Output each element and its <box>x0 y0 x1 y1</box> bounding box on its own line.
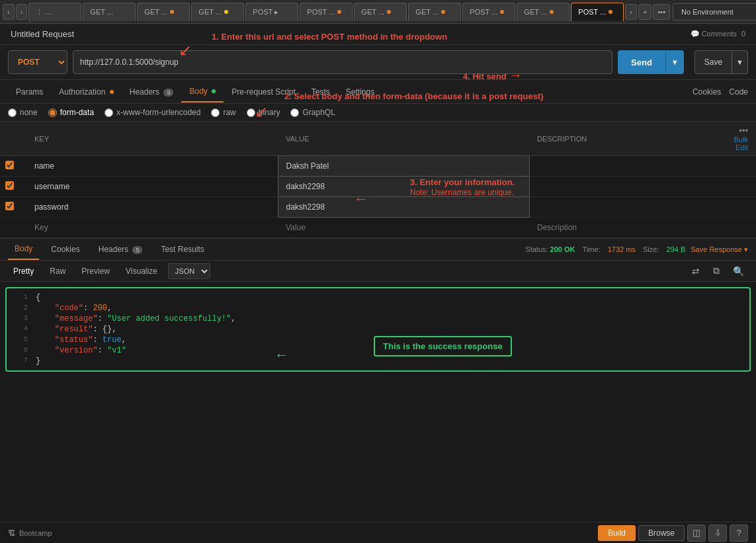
comments-btn[interactable]: 💬 Comments 0 <box>691 30 745 38</box>
build-browse-section: Build Browse ◫ ⇩ ? <box>598 524 748 542</box>
code-link[interactable]: Code <box>729 87 748 97</box>
code-line-5: 5 "status": true, <box>7 335 749 345</box>
environment-select[interactable]: No Environment <box>673 3 756 21</box>
resp-tab-test-results[interactable]: Test Results <box>154 239 210 259</box>
send-button[interactable]: Send <box>618 50 665 74</box>
tab-add-btn[interactable]: + <box>638 4 651 20</box>
tab-2[interactable]: GET ... <box>137 3 190 21</box>
request-title: Untitled Request <box>11 29 74 39</box>
status-label: Status: <box>525 245 550 253</box>
response-status: Status: 200 OK Time: 1732 ms Size: 294 B <box>525 245 685 253</box>
tab-params[interactable]: Params <box>8 82 51 102</box>
browse-btn[interactable]: Browse <box>638 525 685 541</box>
tab-1-label: GET ... <box>90 8 113 16</box>
resp-format-preview[interactable]: Preview <box>76 264 115 278</box>
tab-3[interactable]: GET ... <box>191 3 244 21</box>
row-2-desc[interactable] <box>535 179 712 194</box>
help-icon-btn[interactable]: ? <box>730 524 748 542</box>
tab-headers[interactable]: Headers 9 <box>122 82 182 102</box>
bootcamp-label[interactable]: Bootcamp <box>19 529 52 537</box>
resp-search-icon[interactable]: 🔍 <box>729 265 748 278</box>
resp-copy-icon[interactable]: ⧉ <box>709 264 724 278</box>
tab-2-dot <box>170 10 174 14</box>
tab-pre-request-script[interactable]: Pre-request Script <box>224 82 304 102</box>
more-options-btn[interactable]: ••• <box>739 126 748 136</box>
tab-4[interactable]: POST ▸ <box>245 3 298 21</box>
empty-key[interactable] <box>32 220 273 235</box>
save-response-btn[interactable]: Save Response ▾ <box>691 245 748 254</box>
body-type-form-data[interactable]: form-data <box>48 108 94 117</box>
tab-scroll-right[interactable]: › <box>625 4 637 20</box>
resp-wrap-icon[interactable]: ⇄ <box>688 265 704 278</box>
tab-6-label: GET ... <box>361 8 384 16</box>
tab-body[interactable]: Body <box>181 81 224 103</box>
body-type-none[interactable]: none <box>8 108 38 117</box>
url-input[interactable] <box>73 50 612 74</box>
save-dropdown-button[interactable]: ▼ <box>732 50 748 74</box>
cookies-link[interactable]: Cookies <box>693 87 721 97</box>
tab-9-label: GET ... <box>524 8 547 16</box>
method-select[interactable]: POST <box>8 50 67 74</box>
resp-format-visualize[interactable]: Visualize <box>120 264 163 278</box>
tab-forward-btn[interactable]: › <box>16 4 28 20</box>
tab-7[interactable]: GET ... <box>408 3 461 21</box>
tab-tests[interactable]: Tests <box>304 82 338 102</box>
tab-8-dot <box>500 10 504 14</box>
layout-icon-btn[interactable]: ◫ <box>687 524 706 542</box>
response-time: 1732 ms <box>608 245 636 253</box>
status-code: 200 OK <box>550 245 575 253</box>
tab-0[interactable]: ⋮ ... <box>28 3 81 21</box>
response-format-bar: Pretty Raw Preview Visualize JSON ⇄ ⧉ 🔍 <box>0 261 756 282</box>
row-2-value[interactable] <box>284 179 524 194</box>
resp-tab-headers[interactable]: Headers 5 <box>92 239 149 259</box>
row-1-checkbox[interactable] <box>5 161 14 169</box>
form-table: KEY VALUE DESCRIPTION ••• Bulk Edit <box>0 122 756 238</box>
response-size: 294 B <box>667 245 686 253</box>
tab-5[interactable]: POST ... <box>300 3 353 21</box>
response-tabs-bar: Body Cookies Headers 5 Test Results Stat… <box>0 238 756 261</box>
bootcamp-section: 🏗 Bootcamp <box>8 529 52 537</box>
empty-value[interactable] <box>283 220 524 235</box>
tab-6[interactable]: GET ... <box>354 3 407 21</box>
row-3-desc[interactable] <box>535 200 712 214</box>
col-actions-header: ••• Bulk Edit <box>716 122 756 156</box>
row-3-value[interactable] <box>284 200 524 214</box>
resp-format-raw[interactable]: Raw <box>44 264 71 278</box>
build-btn[interactable]: Build <box>598 525 636 541</box>
tab-2-label: GET ... <box>144 8 167 16</box>
body-type-binary[interactable]: binary <box>247 108 280 117</box>
body-type-urlencoded[interactable]: x-www-form-urlencoded <box>105 108 200 117</box>
row-1-key[interactable] <box>32 159 273 173</box>
tab-9[interactable]: GET ... <box>517 3 569 21</box>
resp-format-select[interactable]: JSON <box>168 263 210 279</box>
download-icon-btn[interactable]: ⇩ <box>708 524 727 542</box>
bootcamp-icon: 🏗 <box>8 529 15 537</box>
send-dropdown-button[interactable]: ▼ <box>665 50 684 74</box>
row-2-key[interactable] <box>32 179 273 194</box>
tab-back-btn[interactable]: ‹ <box>3 4 15 20</box>
row-1-value[interactable] <box>284 159 524 173</box>
tab-10[interactable]: POST ... <box>571 3 624 21</box>
row-2-checkbox[interactable] <box>5 181 14 190</box>
row-1-desc[interactable] <box>535 159 712 173</box>
resp-format-pretty[interactable]: Pretty <box>8 264 39 278</box>
body-type-raw[interactable]: raw <box>211 108 235 117</box>
tab-1[interactable]: GET ... <box>83 3 136 21</box>
tab-more-btn[interactable]: ••• <box>653 4 670 20</box>
bulk-edit-btn[interactable]: Bulk Edit <box>734 136 748 151</box>
row-3-key[interactable] <box>32 200 273 214</box>
tab-6-dot <box>387 10 391 14</box>
tab-settings[interactable]: Settings <box>338 82 382 102</box>
save-button[interactable]: Save <box>694 50 732 74</box>
resp-tab-cookies[interactable]: Cookies <box>44 239 86 259</box>
tab-5-dot <box>337 10 341 14</box>
tab-authorization[interactable]: Authorization <box>51 82 121 102</box>
tab-10-dot <box>609 10 612 14</box>
request-tabs: Params Authorization Headers 9 Body Pre-… <box>0 80 756 104</box>
code-line-4: 4 "result": {}, <box>7 324 749 335</box>
tab-8[interactable]: POST ... <box>462 3 515 21</box>
resp-tab-body[interactable]: Body <box>8 239 39 260</box>
empty-desc[interactable] <box>534 220 711 235</box>
body-type-graphql[interactable]: GraphQL <box>290 108 335 117</box>
row-3-checkbox[interactable] <box>5 202 14 210</box>
